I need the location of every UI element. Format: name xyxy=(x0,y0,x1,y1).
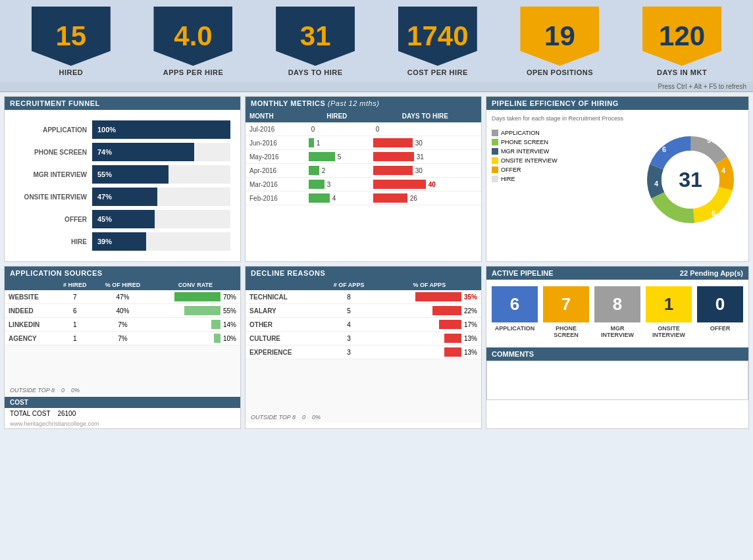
sources-table: # HIRED % OF HIRED CONV RATE WEBSITE 7 4… xyxy=(5,280,240,345)
src-linkedin-pct: 7% xyxy=(95,318,150,332)
box-mgr-value: 8 xyxy=(594,286,640,322)
funnel-label-application: APPLICATION xyxy=(14,126,87,134)
src-indeed: INDEED xyxy=(5,304,55,318)
seg-label-6c: 6 xyxy=(662,145,666,153)
kpi-cost-per-hire: 1740 COST PER HIRE xyxy=(398,7,477,82)
pipeline-panel: PIPELINE EFFICIENCY OF HIRING Days taken… xyxy=(486,96,749,262)
src-agency-conv: 10% xyxy=(151,332,240,345)
table-row: CULTURE 3 13% xyxy=(246,332,481,345)
dec-outside-label: OUTSIDE TOP 8 xyxy=(251,414,296,420)
days-jul16: 0 xyxy=(369,122,481,136)
active-pending: 22 Pending App(s) xyxy=(680,269,743,277)
legend-label-phone: PHONE SCREEN xyxy=(501,139,548,145)
funnel-label-mgr: MGR INTERVIEW xyxy=(14,171,87,178)
funnel-row-phone: PHONE SCREEN 74% xyxy=(14,143,230,161)
src-col-hired: # HIRED xyxy=(55,280,95,290)
src-indeed-pct: 40% xyxy=(95,304,150,318)
donut-chart: 5 4 6 6 4 6 31 xyxy=(638,127,743,232)
table-row: SALARY 5 22% xyxy=(246,304,481,318)
main-content: RECRUITMENT FUNNEL APPLICATION 100% PHON… xyxy=(0,92,753,433)
refresh-hint: Press Ctrl + Alt + F5 to refresh xyxy=(658,83,747,90)
legend-label-offer: OFFER xyxy=(501,166,521,173)
dec-salary: SALARY xyxy=(246,304,321,318)
month-mar16: Mar-2016 xyxy=(246,178,305,191)
kpi-days-value: 31 xyxy=(276,7,355,66)
decline-panel: DECLINE REASONS # OF APPS % OF APPS TECH… xyxy=(245,266,482,429)
funnel-label-onsite: ONSITE INTERVIEW xyxy=(14,193,87,201)
funnel-bar-container-phone: 74% xyxy=(92,143,230,161)
funnel-row-mgr: MGR INTERVIEW 55% xyxy=(14,165,230,184)
src-agency-pct: 7% xyxy=(95,332,150,345)
dec-experience-apps: 3 xyxy=(321,345,378,359)
donut-center-value: 31 xyxy=(679,168,702,192)
legend-label-application: APPLICATION xyxy=(501,130,540,136)
metrics-col-month: MONTH xyxy=(246,110,305,122)
active-panel: ACTIVE PIPELINE 22 Pending App(s) 6 APPL… xyxy=(486,266,749,429)
table-row: OTHER 4 17% xyxy=(246,318,481,332)
month-apr16: Apr-2016 xyxy=(246,164,305,178)
pipeline-box-application: 6 APPLICATION xyxy=(492,286,538,338)
funnel-bar-phone: 74% xyxy=(92,143,194,161)
pipeline-box-phone: 7 PHONE SCREEN xyxy=(543,286,589,338)
kpi-open-value: 19 xyxy=(520,7,599,66)
table-row: Mar-2016 3 40 xyxy=(246,178,481,191)
kpi-apps-label: APPS PER HIRE xyxy=(163,66,223,82)
kpi-mkt-label: DAYS IN MKT xyxy=(657,66,707,82)
funnel-row-offer: OFFER 45% xyxy=(14,210,230,228)
funnel-pct-onsite: 47% xyxy=(97,193,112,201)
dec-technical: TECHNICAL xyxy=(246,290,321,304)
dec-salary-apps: 5 xyxy=(321,304,378,318)
dec-col-reason xyxy=(246,280,321,290)
box-mgr-label: MGR INTERVIEW xyxy=(594,325,640,338)
seg-label-4a: 4 xyxy=(721,166,726,174)
pipeline-box-onsite: 1 ONSITEINTERVIEW xyxy=(646,286,692,338)
metrics-panel: MONTHLY METRICS (Past 12 mths) MONTH HIR… xyxy=(245,96,482,262)
comments-body[interactable] xyxy=(486,361,748,400)
legend-phone: PHONE SCREEN xyxy=(492,139,631,145)
funnel-bar-container-offer: 45% xyxy=(92,210,230,228)
outside-label: OUTSIDE TOP 8 xyxy=(10,387,55,394)
funnel-bar-mgr: 55% xyxy=(92,165,169,184)
src-linkedin: LINKEDIN xyxy=(5,318,55,332)
kpi-hired: 15 HIRED xyxy=(32,7,111,82)
pipeline-boxes: 6 APPLICATION 7 PHONE SCREEN 8 MGR INTER… xyxy=(486,280,748,345)
funnel-bar-application: 100% xyxy=(92,120,230,139)
kpi-mkt-value: 120 xyxy=(642,7,721,66)
metrics-col-days: DAYS TO HIRE xyxy=(369,110,481,122)
legend-dot-offer xyxy=(492,166,498,173)
pipeline-legend: APPLICATION PHONE SCREEN MGR INTERVIEW O… xyxy=(492,127,631,232)
hired-feb16: 4 xyxy=(305,191,369,205)
dec-culture-pct: 13% xyxy=(378,332,481,345)
legend-label-hire: HIRE xyxy=(501,176,515,182)
funnel-bar-container-application: 100% xyxy=(92,120,230,139)
kpi-apps-value: 4.0 xyxy=(153,7,232,66)
table-row: Apr-2016 2 30 xyxy=(246,164,481,178)
legend-label-onsite: ONSITE INTERVIEW xyxy=(501,157,558,164)
pipeline-subtitle: Days taken for each stage in Recruitment… xyxy=(492,115,743,122)
src-agency-hired: 1 xyxy=(55,332,95,345)
legend-onsite: ONSITE INTERVIEW xyxy=(492,157,631,164)
funnel-bar-onsite: 47% xyxy=(92,188,157,206)
funnel-label-offer: OFFER xyxy=(14,216,87,223)
dec-technical-pct: 35% xyxy=(378,290,481,304)
box-phone-value: 7 xyxy=(543,286,589,322)
funnel-bar-container-onsite: 47% xyxy=(92,188,230,206)
days-apr16: 30 xyxy=(369,164,481,178)
metrics-header: MONTHLY METRICS (Past 12 mths) xyxy=(246,97,481,110)
src-website: WEBSITE xyxy=(5,290,55,304)
refresh-bar: Press Ctrl + Alt + F5 to refresh xyxy=(0,82,753,92)
outside-hired: 0 xyxy=(61,387,65,394)
box-offer-value: 0 xyxy=(697,286,743,322)
funnel-panel: RECRUITMENT FUNNEL APPLICATION 100% PHON… xyxy=(4,96,241,262)
funnel-content: APPLICATION 100% PHONE SCREEN 74% MGR IN… xyxy=(5,110,240,261)
kpi-hired-label: HIRED xyxy=(59,66,83,82)
legend-offer: OFFER xyxy=(492,166,631,173)
legend-hire: HIRE xyxy=(492,176,631,182)
seg-label-4b: 4 xyxy=(654,180,659,188)
box-application-value: 6 xyxy=(492,286,538,322)
metrics-table: MONTH HIRED DAYS TO HIRE Jul-2016 0 0 Ju… xyxy=(246,110,481,205)
watermark: www.heritagechristiancollege.com xyxy=(5,419,240,428)
pipeline-content: Days taken for each stage in Recruitment… xyxy=(486,110,748,238)
dec-other-apps: 4 xyxy=(321,318,378,332)
kpi-open-label: OPEN POSITIONS xyxy=(527,66,593,82)
